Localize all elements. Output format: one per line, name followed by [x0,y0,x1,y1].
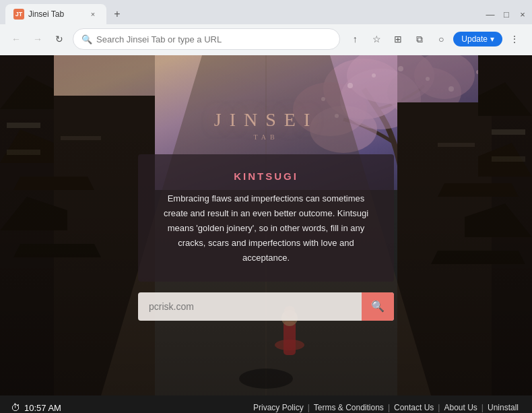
share-icon[interactable]: ↑ [345,30,364,49]
tab-title: Jinsei Tab [28,9,84,19]
search-icon: 🔍 [371,300,385,313]
search-input[interactable] [138,301,362,312]
url-input[interactable] [96,34,331,44]
status-time: ⏱ 10:57 AM [11,402,251,413]
time-display: 10:57 AM [24,403,61,413]
separator-1: | [308,403,310,412]
tab-close-button[interactable]: × [88,9,98,20]
separator-3: | [438,403,440,412]
address-bar: ← → ↻ 🔍 ↑ ☆ ⊞ ⧉ ○ Update ▾ ⋮ [0,24,532,55]
terms-conditions-link[interactable]: Terms & Conditions [311,403,387,412]
contact-us-link[interactable]: Contact Us [391,403,436,412]
kintsugi-heading: KINTSUGI [158,170,374,182]
close-window-button[interactable]: × [519,10,527,18]
profile-icon[interactable]: ○ [432,30,451,49]
clock-icon: ⏱ [11,402,20,413]
uninstall-link[interactable]: Uninstall [485,403,521,412]
minimize-button[interactable]: — [486,10,494,18]
new-tab-button[interactable]: + [109,6,125,22]
browser-content: JINSEI TAB KINTSUGI Embracing flaws and … [0,55,532,395]
maximize-button[interactable]: □ [502,10,510,18]
tab-favicon: JT [13,9,24,20]
search-button[interactable]: 🔍 [362,292,394,321]
separator-2: | [388,403,390,412]
content-card: JINSEI TAB KINTSUGI Embracing flaws and … [138,109,394,321]
status-bar: ⏱ 10:57 AM Privacy Policy | Terms & Cond… [0,395,532,413]
toolbar-actions: ↑ ☆ ⊞ ⧉ ○ Update ▾ ⋮ [345,30,524,49]
forward-button[interactable]: → [30,31,46,47]
bookmark-icon[interactable]: ☆ [367,30,386,49]
extensions-icon[interactable]: ⊞ [389,30,407,49]
browser-tab[interactable]: JT Jinsei Tab × [5,4,106,24]
update-chevron-icon: ▾ [490,34,494,44]
back-button[interactable]: ← [8,31,24,47]
url-bar[interactable]: 🔍 [73,28,340,50]
update-button[interactable]: Update ▾ [453,32,502,46]
footer-links: Privacy Policy | Terms & Conditions | Co… [251,403,521,412]
title-bar: JT Jinsei Tab × + — □ × [0,0,532,24]
privacy-policy-link[interactable]: Privacy Policy [251,403,306,412]
menu-icon[interactable]: ⋮ [505,30,524,49]
site-logo-subtitle: TAB [138,133,394,141]
kintsugi-info-card: KINTSUGI Embracing flaws and imperfectio… [138,154,394,282]
kintsugi-body-text: Embracing flaws and imperfections can so… [158,191,374,265]
reload-button[interactable]: ↻ [51,31,67,47]
split-screen-icon[interactable]: ⧉ [410,30,429,49]
search-bar[interactable]: 🔍 [138,292,394,321]
url-search-icon: 🔍 [81,34,92,44]
window-controls: — □ × [486,10,527,18]
site-logo: JINSEI [138,109,394,131]
separator-4: | [481,403,484,412]
browser-chrome: JT Jinsei Tab × + — □ × ← → ↻ 🔍 ↑ ☆ ⊞ ⧉ … [0,0,532,55]
about-us-link[interactable]: About Us [441,403,479,412]
